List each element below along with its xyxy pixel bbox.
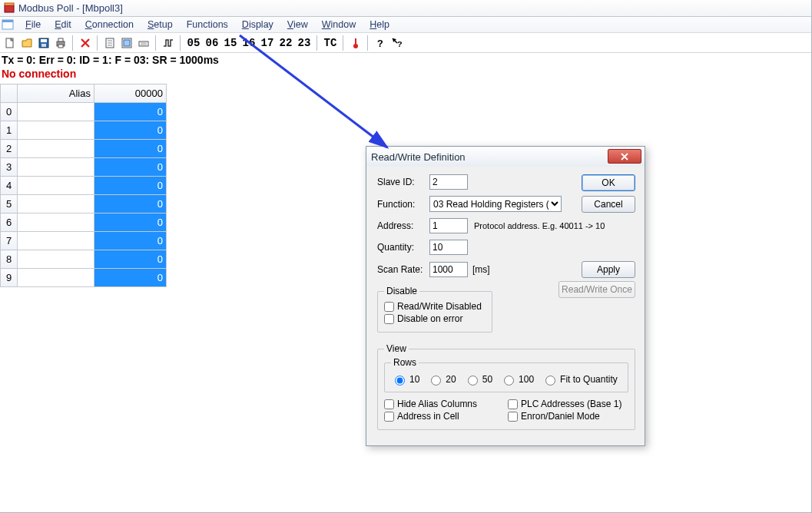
help-icon[interactable]: ? <box>373 35 388 51</box>
chk-plc-addresses[interactable]: PLC Addresses (Base 1) <box>508 399 621 409</box>
doc-icon[interactable] <box>102 35 118 51</box>
alias-cell[interactable] <box>18 140 94 158</box>
chk-hide-alias[interactable]: Hide Alias Columns <box>384 399 477 409</box>
row-header[interactable]: 0 <box>1 103 18 121</box>
menu-view[interactable]: View <box>280 18 315 31</box>
alias-cell[interactable] <box>18 269 94 287</box>
table-row[interactable]: 80 <box>1 250 167 269</box>
table-row[interactable]: 60 <box>1 213 167 232</box>
dialog-titlebar[interactable]: Read/Write Definition <box>366 147 645 167</box>
address-input[interactable] <box>429 218 468 233</box>
menu-display[interactable]: Display <box>235 18 280 31</box>
col-alias[interactable]: Alias <box>18 84 94 103</box>
value-cell[interactable]: 0 <box>94 232 167 250</box>
table-row[interactable]: 10 <box>1 121 167 140</box>
menu-setup[interactable]: Setup <box>141 18 180 31</box>
print-icon[interactable] <box>53 35 68 51</box>
thermo-icon[interactable] <box>348 35 363 51</box>
scanrate-label: Scan Rate: <box>377 264 429 275</box>
rows-50[interactable]: 50 <box>464 373 492 386</box>
table-row[interactable]: 70 <box>1 232 167 250</box>
menu-help[interactable]: Help <box>363 18 396 31</box>
table-row[interactable]: 30 <box>1 158 167 177</box>
col-value[interactable]: 00000 <box>94 84 167 103</box>
value-cell[interactable]: 0 <box>94 103 167 121</box>
row-header[interactable]: 1 <box>1 121 18 140</box>
value-cell[interactable]: 0 <box>94 140 167 158</box>
fc-06-button[interactable]: 06 <box>204 35 220 51</box>
value-cell[interactable]: 0 <box>94 158 167 177</box>
svg-rect-11 <box>58 45 63 48</box>
table-row[interactable]: 50 <box>1 195 167 213</box>
row-header[interactable]: 2 <box>1 140 18 158</box>
whatsthis-icon[interactable]: ? <box>389 35 405 51</box>
ok-button[interactable]: OK <box>582 174 635 191</box>
value-cell[interactable]: 0 <box>94 269 167 287</box>
row-header[interactable]: 7 <box>1 232 18 250</box>
mdi-control-icon[interactable] <box>2 18 14 31</box>
register-grid[interactable]: Alias 00000 00102030405060708090 <box>0 84 167 287</box>
menu-functions[interactable]: Functions <box>180 18 235 31</box>
tc-button[interactable]: TC <box>322 35 339 51</box>
fc-22-button[interactable]: 22 <box>277 35 294 51</box>
fc-15-button[interactable]: 15 <box>222 35 239 51</box>
quantity-input[interactable] <box>429 240 468 255</box>
alias-cell[interactable] <box>18 121 94 140</box>
alias-cell[interactable] <box>18 103 94 121</box>
row-header[interactable]: 4 <box>1 177 18 195</box>
fc-16-button[interactable]: 16 <box>240 35 257 51</box>
close-icon[interactable] <box>608 149 641 164</box>
cancel-button[interactable]: Cancel <box>582 196 635 213</box>
open-icon[interactable] <box>19 35 35 51</box>
alias-cell[interactable] <box>18 250 94 269</box>
fc-05-button[interactable]: 05 <box>185 35 202 51</box>
svg-text:?: ? <box>397 40 403 49</box>
value-cell[interactable]: 0 <box>94 250 167 269</box>
row-header[interactable]: 6 <box>1 213 18 232</box>
rows-10[interactable]: 10 <box>391 373 419 386</box>
menu-file[interactable]: FFileile <box>18 18 48 31</box>
row-header[interactable]: 3 <box>1 158 18 177</box>
autoread-icon[interactable] <box>136 35 151 51</box>
fc-17-button[interactable]: 17 <box>259 35 276 51</box>
menu-edit[interactable]: Edit <box>48 18 78 31</box>
alias-cell[interactable] <box>18 232 94 250</box>
rows-100[interactable]: 100 <box>500 373 534 386</box>
menu-connection[interactable]: Connection <box>78 18 141 31</box>
alias-cell[interactable] <box>18 158 94 177</box>
value-cell[interactable]: 0 <box>94 213 167 232</box>
alias-cell[interactable] <box>18 195 94 213</box>
chk-enron-mode[interactable]: Enron/Daniel Mode <box>508 411 621 422</box>
alias-cell[interactable] <box>18 177 94 195</box>
function-select[interactable]: 03 Read Holding Registers (4x) <box>429 196 562 212</box>
row-header[interactable]: 8 <box>1 250 18 269</box>
scanrate-input[interactable] <box>429 262 468 277</box>
table-row[interactable]: 90 <box>1 269 167 287</box>
new-icon[interactable] <box>2 35 18 51</box>
value-cell[interactable]: 0 <box>94 177 167 195</box>
value-cell[interactable]: 0 <box>94 121 167 140</box>
svg-text:?: ? <box>377 38 383 49</box>
row-header[interactable]: 9 <box>1 269 18 287</box>
rows-legend: Rows <box>391 357 419 368</box>
rows-fit[interactable]: Fit to Quantity <box>542 373 618 386</box>
slave-id-input[interactable] <box>429 174 468 190</box>
settings-icon[interactable] <box>119 35 134 51</box>
rows-20[interactable]: 20 <box>427 373 456 386</box>
chk-rw-disabled[interactable]: Read/Write Disabled <box>384 301 486 312</box>
fc-23-button[interactable]: 23 <box>296 35 313 51</box>
value-cell[interactable]: 0 <box>94 195 167 213</box>
table-row[interactable]: 40 <box>1 177 167 195</box>
table-row[interactable]: 00 <box>1 103 167 121</box>
save-icon[interactable] <box>36 35 51 51</box>
table-row[interactable]: 20 <box>1 140 167 158</box>
delete-icon[interactable] <box>78 35 93 51</box>
apply-button[interactable]: Apply <box>582 261 635 278</box>
pulse-icon[interactable] <box>161 35 176 51</box>
alias-cell[interactable] <box>18 213 94 232</box>
chk-address-in-cell[interactable]: Address in Cell <box>384 411 477 422</box>
app-icon <box>3 2 15 15</box>
row-header[interactable]: 5 <box>1 195 18 213</box>
menu-window[interactable]: Window <box>315 18 363 31</box>
chk-disable-on-error[interactable]: Disable on error <box>384 313 486 324</box>
